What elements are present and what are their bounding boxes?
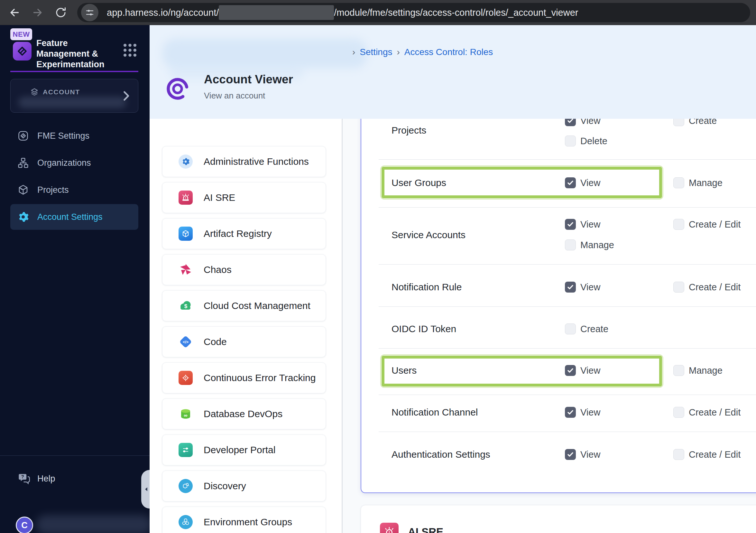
checkbox-checked-icon[interactable] [565, 407, 576, 418]
checkbox-unchecked-icon[interactable] [565, 323, 576, 334]
checkbox-unchecked-icon[interactable] [673, 119, 684, 126]
browser-back-button[interactable] [7, 6, 21, 20]
resource-label: OIDC ID Token [392, 323, 456, 334]
app-grid-icon[interactable] [122, 42, 138, 60]
permission-checkbox-view[interactable]: View [565, 407, 600, 418]
user-avatar[interactable]: C [16, 517, 33, 533]
permission-checkbox-manage[interactable]: Manage [565, 239, 614, 250]
sidebar-item-account-settings[interactable]: Account Settings [10, 204, 138, 230]
module-card-database-devops[interactable]: ∞Database DevOps [162, 399, 326, 429]
permission-checkbox-view[interactable]: View [565, 449, 600, 460]
breadcrumb: › Settings › Access Control: Roles [352, 47, 493, 57]
svg-text:?: ? [21, 474, 24, 479]
permission-checkbox-create-edit[interactable]: Create / Edit [673, 282, 741, 293]
breadcrumb-separator: › [397, 47, 400, 57]
sidebar-item-label: Account Settings [37, 212, 103, 222]
ai-sre-icon: ! [178, 190, 193, 205]
checkbox-label: Create / Edit [689, 407, 741, 418]
svg-text:</>: </> [183, 340, 189, 344]
permission-checkbox-create[interactable]: Create [565, 323, 608, 334]
checkbox-label: Create / Edit [689, 282, 741, 293]
module-card-environment-groups[interactable]: Environment Groups [162, 507, 326, 533]
breadcrumb-settings[interactable]: Settings [360, 47, 392, 57]
checkbox-checked-icon[interactable] [565, 365, 576, 376]
module-card-cloud-cost-management[interactable]: $Cloud Cost Management [162, 290, 326, 321]
env-groups-icon [178, 515, 193, 529]
permission-checkbox-view[interactable]: View [565, 365, 600, 376]
module-card-developer-portal[interactable]: Developer Portal [162, 435, 326, 465]
permission-checkbox-create-edit[interactable]: Create / Edit [673, 219, 741, 230]
sidebar-item-help[interactable]: ? Help [18, 472, 55, 485]
module-card-chaos[interactable]: Chaos [162, 254, 326, 285]
checkbox-checked-icon[interactable] [565, 119, 576, 126]
checkbox-unchecked-icon[interactable] [565, 135, 576, 147]
checkbox-unchecked-icon[interactable] [565, 239, 576, 250]
module-card-artifact-registry[interactable]: Artifact Registry [162, 218, 326, 249]
checkbox-unchecked-icon[interactable] [673, 177, 684, 188]
org-chart-icon [17, 157, 29, 169]
permission-checkbox-view[interactable]: View [565, 177, 600, 188]
page-subtitle: View an account [204, 91, 265, 101]
checkbox-unchecked-icon[interactable] [673, 407, 684, 418]
chevron-right-icon[interactable] [121, 90, 131, 103]
site-info-icon[interactable] [81, 4, 98, 21]
module-card-administrative-functions[interactable]: Administrative Functions [162, 146, 326, 177]
resource-label: Projects [392, 125, 426, 136]
permission-checkbox-create-edit[interactable]: Create / Edit [673, 449, 741, 460]
sidebar-item-organizations[interactable]: Organizations [10, 150, 138, 176]
module-card-label: Artifact Registry [203, 228, 272, 239]
sidebar-item-fme-settings[interactable]: FME Settings [10, 123, 138, 149]
module-card-ai-sre[interactable]: !AI SRE [162, 182, 326, 213]
checkbox-unchecked-icon[interactable] [673, 282, 684, 293]
redacted-user-name [36, 515, 152, 533]
browser-reload-button[interactable] [54, 6, 68, 20]
checkbox-label: View [580, 407, 600, 418]
page-title: Account Viewer [204, 73, 293, 86]
permission-checkbox-manage[interactable]: Manage [673, 365, 722, 376]
account-selector[interactable]: ACCOUNT [10, 79, 138, 113]
account-viewer-icon [165, 76, 190, 103]
module-card-label: Administrative Functions [203, 156, 309, 167]
discovery-icon [178, 479, 193, 493]
url-text: app.harness.io/ng/account//module/fme/se… [107, 5, 578, 20]
checkbox-checked-icon[interactable] [565, 449, 576, 460]
permission-checkbox-delete[interactable]: Delete [565, 135, 608, 147]
sidebar-item-label: Organizations [37, 158, 91, 168]
address-bar[interactable]: app.harness.io/ng/account//module/fme/se… [77, 3, 750, 22]
checkbox-unchecked-icon[interactable] [673, 219, 684, 230]
permission-checkbox-view[interactable]: View [565, 219, 600, 230]
checkbox-checked-icon[interactable] [565, 177, 576, 188]
permission-checkbox-manage[interactable]: Manage [673, 177, 722, 188]
checkbox-unchecked-icon[interactable] [673, 449, 684, 460]
module-list-panel: Administrative Functions!AI SREArtifact … [149, 119, 342, 533]
sidebar-item-projects[interactable]: Projects [10, 177, 138, 203]
module-card-code[interactable]: </>Code [162, 326, 326, 357]
browser-forward-button[interactable] [31, 6, 45, 20]
module-card-continuous-error-tracking[interactable]: Continuous Error Tracking [162, 362, 326, 393]
checkbox-checked-icon[interactable] [565, 219, 576, 230]
checkbox-checked-icon[interactable] [565, 282, 576, 293]
redacted-account-id [219, 5, 334, 20]
permission-checkbox-create[interactable]: Create [673, 119, 717, 126]
error-tracking-icon [178, 371, 193, 385]
accent-rule [10, 71, 138, 72]
redacted-account-name [18, 97, 126, 108]
breadcrumb-roles[interactable]: Access Control: Roles [404, 47, 493, 57]
svg-text:$: $ [184, 303, 188, 309]
developer-portal-icon [178, 443, 193, 457]
permission-checkbox-view[interactable]: View [565, 119, 600, 126]
cube-icon [17, 184, 29, 196]
account-label: ACCOUNT [30, 88, 80, 97]
new-badge: NEW [10, 28, 32, 40]
row-divider [379, 306, 756, 307]
checkbox-unchecked-icon[interactable] [673, 365, 684, 376]
permission-checkbox-view[interactable]: View [565, 282, 600, 293]
sidebar-collapse-handle[interactable] [141, 470, 149, 509]
ai-sre-icon: ! [380, 523, 399, 533]
row-divider [379, 207, 756, 208]
sidebar: NEW Feature Management & Experimentation… [0, 25, 149, 533]
resource-label: Notification Rule [392, 282, 462, 293]
permission-checkbox-create-edit[interactable]: Create / Edit [673, 407, 741, 418]
sidebar-divider [0, 456, 149, 456]
module-card-discovery[interactable]: Discovery [162, 470, 326, 501]
